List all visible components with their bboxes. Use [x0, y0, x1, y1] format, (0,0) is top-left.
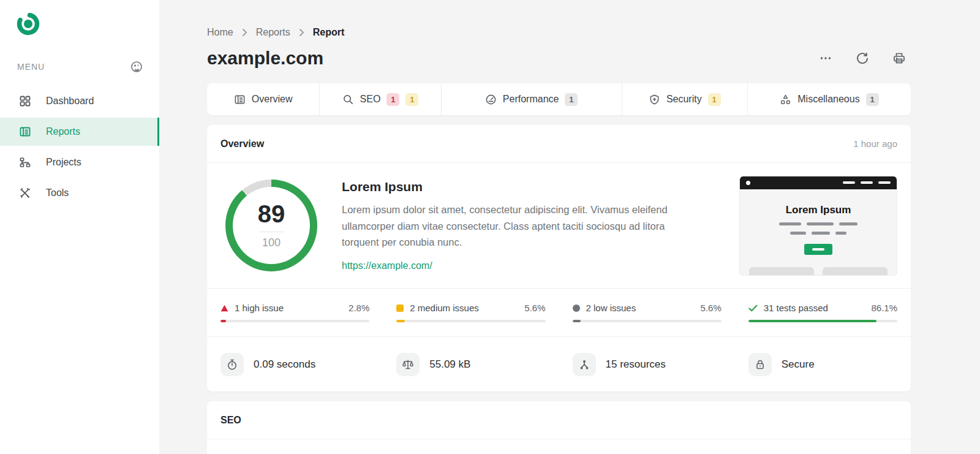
- metric-label: 15 resources: [606, 358, 666, 371]
- preview-button: [804, 244, 832, 255]
- low-issue-circle-icon: [573, 305, 580, 312]
- sidebar-item-reports[interactable]: Reports: [0, 118, 159, 146]
- sidebar-item-dashboard[interactable]: Dashboard: [0, 87, 159, 115]
- overview-summary-section: 89 100 Lorem Ipsum Lorem ipsum dolor sit…: [207, 163, 911, 289]
- seo-card-title: SEO: [221, 415, 241, 426]
- scale-icon: [396, 353, 420, 376]
- site-preview: Lorem Ipsum: [739, 176, 897, 276]
- printer-icon: [892, 51, 906, 65]
- reports-list-icon: [19, 126, 31, 138]
- stat-label: 2 medium issues: [410, 303, 479, 313]
- sidebar-nav: Dashboard Reports: [0, 87, 159, 210]
- more-options-button[interactable]: [818, 50, 834, 66]
- projects-hierarchy-icon: [19, 156, 31, 168]
- stat-percent: 2.8%: [349, 303, 369, 313]
- tab-security[interactable]: Security 1: [622, 83, 747, 115]
- shapes-icon: [780, 94, 791, 105]
- stat-label: 1 high issue: [235, 303, 284, 313]
- miscellaneous-badge: 1: [866, 93, 879, 106]
- search-icon: [342, 94, 354, 105]
- tab-label: Overview: [252, 94, 293, 105]
- print-button[interactable]: [891, 50, 907, 66]
- overview-card-title: Overview: [221, 138, 264, 149]
- menu-label: MENU: [17, 62, 45, 72]
- browser-dot-icon: [746, 181, 750, 185]
- site-link[interactable]: https://example.com/: [342, 260, 432, 271]
- metric-page-size: 55.09 kB: [383, 353, 559, 376]
- sidebar-item-label: Reports: [46, 126, 80, 137]
- assistant-icon[interactable]: [130, 60, 143, 74]
- score-value: 89: [258, 202, 285, 226]
- preview-browser-bar: [740, 176, 897, 189]
- tab-seo[interactable]: SEO 1 1: [319, 83, 440, 115]
- stat-high-issues: 1 high issue 2.8%: [207, 303, 383, 322]
- breadcrumb-current: Report: [313, 27, 345, 38]
- score-max: 100: [262, 236, 281, 249]
- site-summary: Lorem Ipsum Lorem ipsum dolor sit amet, …: [342, 180, 700, 271]
- sidebar-item-projects[interactable]: Projects: [0, 148, 159, 176]
- logo-icon: [15, 11, 41, 37]
- chevron-right-icon: [242, 28, 247, 37]
- overview-card: Overview 1 hour ago 89 100 Lorem Ipsum L…: [207, 125, 911, 392]
- tab-label: SEO: [360, 94, 381, 105]
- report-timestamp: 1 hour ago: [853, 138, 897, 149]
- metric-label: 55.09 kB: [429, 358, 470, 371]
- performance-badge: 1: [565, 93, 578, 106]
- app-logo[interactable]: [0, 0, 159, 37]
- high-issues-badge: 1: [386, 93, 399, 106]
- metrics-row: 0.09 seconds 55.09 kB: [207, 337, 911, 392]
- check-icon: [748, 305, 758, 312]
- security-badge: 1: [708, 93, 721, 106]
- stat-percent: 86.1%: [871, 303, 897, 313]
- summary-heading: Lorem Ipsum: [342, 180, 700, 194]
- stat-bar: [221, 320, 369, 322]
- tab-label: Performance: [503, 94, 559, 105]
- metric-label: 0.09 seconds: [254, 358, 315, 371]
- stat-percent: 5.6%: [524, 303, 545, 313]
- issue-stats-row: 1 high issue 2.8% 2 medium issues 5.6%: [207, 289, 911, 337]
- stat-tests-passed: 31 tests passed 86.1%: [735, 303, 911, 322]
- stat-medium-issues: 2 medium issues 5.6%: [383, 303, 559, 322]
- preview-cards: [740, 267, 897, 276]
- metric-security: Secure: [735, 353, 911, 376]
- tab-overview[interactable]: Overview: [207, 83, 319, 115]
- breadcrumb-reports[interactable]: Reports: [256, 27, 290, 38]
- medium-issues-badge: 1: [405, 93, 418, 106]
- tab-performance[interactable]: Performance 1: [441, 83, 622, 115]
- stopwatch-icon: [221, 353, 244, 376]
- overview-card-header: Overview 1 hour ago: [207, 125, 911, 163]
- title-row: example.com: [207, 48, 911, 69]
- tab-label: Security: [666, 94, 702, 105]
- metric-resources: 15 resources: [559, 353, 735, 376]
- refresh-button[interactable]: [854, 50, 870, 66]
- seo-card-body: [207, 439, 911, 454]
- stat-percent: 5.6%: [701, 303, 722, 313]
- report-tabs: Overview SEO 1 1 Performance: [207, 83, 911, 115]
- summary-body: Lorem ipsum dolor sit amet, consectetur …: [342, 202, 700, 251]
- main-content: Home Reports Report example.com: [159, 0, 980, 454]
- tab-miscellaneous[interactable]: Miscellaneous 1: [747, 83, 911, 115]
- sidebar-item-label: Tools: [46, 187, 69, 199]
- score-inner: 89 100: [233, 187, 310, 264]
- metric-load-time: 0.09 seconds: [207, 353, 383, 376]
- stat-label: 31 tests passed: [764, 303, 828, 313]
- lock-icon: [748, 353, 772, 376]
- preview-text-line: [740, 222, 897, 225]
- breadcrumb-home[interactable]: Home: [207, 27, 233, 38]
- stat-low-issues: 2 low issues 5.6%: [559, 303, 735, 322]
- stat-bar: [396, 320, 545, 322]
- breadcrumb: Home Reports Report: [207, 27, 911, 38]
- preview-nav-links: [843, 181, 891, 184]
- sidebar: MENU Dashboard: [0, 0, 159, 454]
- tab-label: Miscellaneous: [797, 94, 859, 105]
- chevron-right-icon: [299, 28, 304, 37]
- score-ring: 89 100: [225, 180, 317, 271]
- preview-heading: Lorem Ipsum: [740, 204, 897, 216]
- seo-card: SEO: [207, 401, 911, 454]
- score-divider: [259, 232, 284, 232]
- shield-icon: [649, 94, 660, 105]
- ellipsis-icon: [819, 51, 832, 65]
- high-issue-triangle-icon: [221, 305, 228, 312]
- sidebar-item-tools[interactable]: Tools: [0, 179, 159, 207]
- tools-icon: [19, 187, 31, 199]
